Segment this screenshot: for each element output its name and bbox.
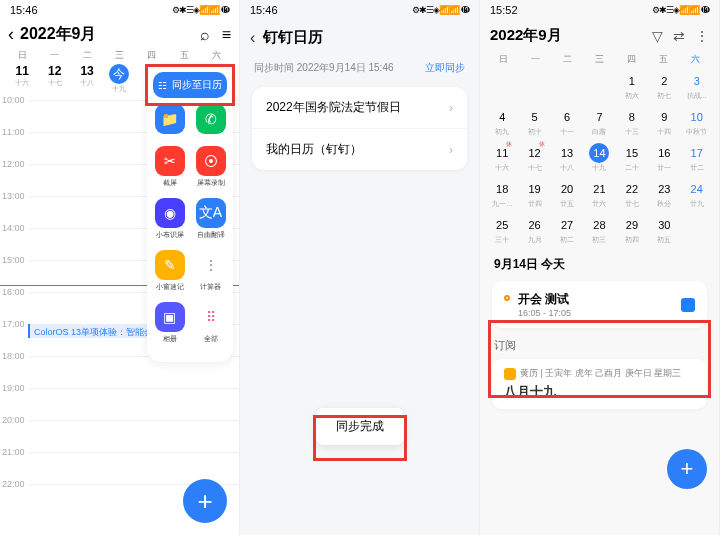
- calendar-day-cell[interactable]: 27初二: [551, 212, 583, 248]
- swap-icon[interactable]: ⇄: [673, 28, 685, 44]
- add-event-fab[interactable]: +: [667, 449, 707, 489]
- phone-screen-1: 15:46 ⚙✱☰◈📶📶 ⓳ ‹ 2022年9月 ⌕ ≡ 日一二三四五六 11十…: [0, 0, 240, 535]
- calendar-day-cell[interactable]: 4初九: [486, 104, 518, 140]
- calendar-header: ‹ 2022年9月 ⌕ ≡: [0, 20, 239, 49]
- calendar-day-cell[interactable]: 3抗战...: [681, 68, 713, 104]
- calendar-day-cell: [681, 212, 713, 248]
- smart-sidebar-panel: ☷ 同步至日历 📁✆✂截屏⦿屏幕录制◉小布识屏文A自由翻译✎小窗速记⋮计算器▣相…: [147, 64, 233, 362]
- status-icons: ⚙✱☰◈📶📶 ⓳: [172, 5, 229, 15]
- calendar-day-cell[interactable]: 7白露: [583, 104, 615, 140]
- calendar-day-cell[interactable]: 30初五: [648, 212, 680, 248]
- filter-icon[interactable]: ▽: [652, 28, 663, 44]
- calendar-day-cell[interactable]: 23秋分: [648, 176, 680, 212]
- month-title: 2022年9月: [20, 24, 97, 45]
- status-icons: ⚙✱☰◈📶📶 ⓳: [652, 5, 709, 15]
- subscribe-section-header: 订阅: [480, 332, 719, 355]
- calendar-day-cell[interactable]: 9十四: [648, 104, 680, 140]
- lunar-date: 八月十九: [504, 383, 695, 401]
- calendar-day-cell: [551, 68, 583, 104]
- month-grid[interactable]: 1初六2初七3抗战...4初九5初十6十一7白露8十三9十四10中秋节休11十六…: [480, 68, 719, 248]
- calendar-day-cell[interactable]: 22廿七: [616, 176, 648, 212]
- calendar-day-cell[interactable]: 17廿二: [681, 140, 713, 176]
- status-icons: ⚙✱☰◈📶📶 ⓳: [412, 5, 469, 15]
- calendar-day-cell[interactable]: 26九月: [518, 212, 550, 248]
- status-bar: 15:46 ⚙✱☰◈📶📶 ⓳: [0, 0, 239, 20]
- sidebar-app-item[interactable]: ⦿屏幕录制: [193, 146, 229, 188]
- status-bar: 15:52 ⚙✱☰◈📶📶 ⓳: [480, 0, 719, 20]
- calendar-day-cell[interactable]: 5初十: [518, 104, 550, 140]
- calendar-day-cell[interactable]: 16廿一: [648, 140, 680, 176]
- calendar-day-cell: [518, 68, 550, 104]
- calendar-day-cell[interactable]: 29初四: [616, 212, 648, 248]
- dingtalk-icon: [681, 298, 695, 312]
- calendar-day-cell[interactable]: 10中秋节: [681, 104, 713, 140]
- settings-icon[interactable]: ≡: [222, 26, 231, 44]
- event-card[interactable]: 开会 测试 16:05 - 17:05: [492, 281, 707, 328]
- today-section-header: 9月14日 今天: [480, 248, 719, 277]
- calendar-day-cell[interactable]: 20廿五: [551, 176, 583, 212]
- event-dot-icon: [504, 295, 510, 301]
- sync-to-calendar-button[interactable]: ☷ 同步至日历: [153, 72, 227, 98]
- status-time: 15:46: [250, 4, 278, 16]
- calendar-day-cell: [583, 68, 615, 104]
- search-icon[interactable]: ⌕: [200, 26, 210, 44]
- calendar-day-cell[interactable]: 13十八: [551, 140, 583, 176]
- status-time: 15:46: [10, 4, 38, 16]
- add-event-fab[interactable]: +: [183, 479, 227, 523]
- week-header: 日一二三四五六: [0, 49, 239, 62]
- calendar-day-cell[interactable]: 15二十: [616, 140, 648, 176]
- calendar-icon: ☷: [158, 80, 167, 91]
- sync-info-row: 同步时间 2022年9月14日 15:46 立即同步: [240, 55, 479, 81]
- calendar-day-cell[interactable]: 8十三: [616, 104, 648, 140]
- calendar-header: 2022年9月 ▽ ⇄ ⋮: [480, 20, 719, 51]
- calendar-day-cell: [486, 68, 518, 104]
- status-time: 15:52: [490, 4, 518, 16]
- event-title: 开会 测试: [518, 291, 571, 308]
- sidebar-app-item[interactable]: ✂截屏: [152, 146, 188, 188]
- calendar-day-cell[interactable]: 1初六: [616, 68, 648, 104]
- sidebar-app-item[interactable]: 📁: [152, 104, 188, 136]
- calendar-list-item[interactable]: 我的日历（钉钉） ›: [252, 128, 467, 170]
- calendar-list-item[interactable]: 2022年国务院法定节假日 ›: [252, 87, 467, 128]
- status-bar: 15:46 ⚙✱☰◈📶📶 ⓳: [240, 0, 479, 20]
- calendar-day-cell[interactable]: 25三十: [486, 212, 518, 248]
- calendar-day-cell[interactable]: 6十一: [551, 104, 583, 140]
- calendar-day-cell[interactable]: 24廿九: [681, 176, 713, 212]
- sync-complete-toast: 同步完成: [316, 408, 404, 445]
- almanac-card[interactable]: 黄历 | 壬寅年 虎年 己酉月 庚午日 星期三 八月十九: [492, 359, 707, 409]
- almanac-info: 黄历 | 壬寅年 虎年 己酉月 庚午日 星期三: [520, 367, 681, 380]
- week-header: 日一二三四五六: [480, 51, 719, 68]
- more-icon[interactable]: ⋮: [695, 28, 709, 44]
- sidebar-app-item[interactable]: ◉小布识屏: [152, 198, 188, 240]
- month-title: 2022年9月: [490, 26, 562, 45]
- calendar-day-cell[interactable]: 14十九: [583, 140, 615, 176]
- calendar-day-cell[interactable]: 休11十六: [486, 140, 518, 176]
- chevron-right-icon: ›: [449, 101, 453, 115]
- back-button[interactable]: ‹: [250, 29, 255, 47]
- last-sync-time: 同步时间 2022年9月14日 15:46: [254, 61, 394, 75]
- page-header: ‹ 钉钉日历: [240, 20, 479, 55]
- sync-now-link[interactable]: 立即同步: [425, 61, 465, 75]
- sidebar-app-item[interactable]: ⠿全部: [193, 302, 229, 344]
- sidebar-app-item[interactable]: 文A自由翻译: [193, 198, 229, 240]
- sidebar-app-item[interactable]: ✆: [193, 104, 229, 136]
- calendar-day-cell[interactable]: 21廿六: [583, 176, 615, 212]
- calendar-day-cell[interactable]: 2初七: [648, 68, 680, 104]
- phone-screen-2: 15:46 ⚙✱☰◈📶📶 ⓳ ‹ 钉钉日历 同步时间 2022年9月14日 15…: [240, 0, 480, 535]
- calendar-day-cell[interactable]: 18九一...: [486, 176, 518, 212]
- sync-label: 同步至日历: [172, 78, 222, 92]
- calendar-list-card: 2022年国务院法定节假日 › 我的日历（钉钉） ›: [252, 87, 467, 170]
- calendar-day-cell[interactable]: 休12十七: [518, 140, 550, 176]
- sidebar-app-item[interactable]: ⋮计算器: [193, 250, 229, 292]
- page-title: 钉钉日历: [263, 28, 323, 47]
- calendar-day-cell[interactable]: 19廿四: [518, 176, 550, 212]
- sidebar-app-item[interactable]: ✎小窗速记: [152, 250, 188, 292]
- sidebar-app-item[interactable]: ▣相册: [152, 302, 188, 344]
- event-time: 16:05 - 17:05: [518, 308, 571, 318]
- list-label: 我的日历（钉钉）: [266, 141, 362, 158]
- back-button[interactable]: ‹: [8, 24, 14, 45]
- almanac-icon: [504, 368, 516, 380]
- list-label: 2022年国务院法定节假日: [266, 99, 401, 116]
- chevron-right-icon: ›: [449, 143, 453, 157]
- calendar-day-cell[interactable]: 28初三: [583, 212, 615, 248]
